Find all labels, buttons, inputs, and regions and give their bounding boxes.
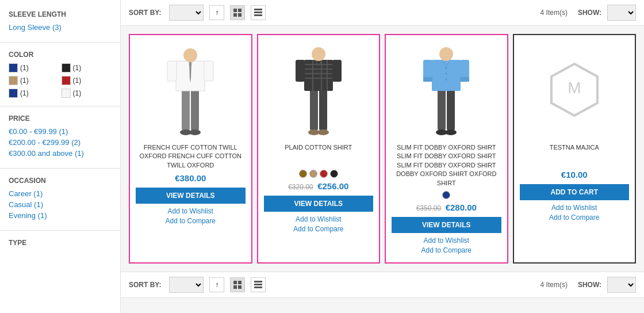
price-200-299-link[interactable]: €200.00 - €299.99 (2): [9, 138, 80, 147]
add-to-compare-link-3[interactable]: Add to Compare: [421, 246, 471, 254]
svg-rect-38: [423, 77, 432, 82]
price-300-above-link[interactable]: €300.00 and above (1): [9, 149, 84, 158]
product-name-3: SLIM FIT DOBBY OXFORD SHIRT SLIM FIT DOB…: [392, 143, 501, 188]
product-name-4: TESTNA MAJICA: [550, 143, 599, 166]
old-price-2: €320.00: [288, 183, 313, 191]
dot-beige: [309, 170, 317, 178]
up-arrow-icon: ↑: [215, 9, 218, 17]
products-grid: FRENCH CUFF COTTON TWILL OXFORD FRENCH C…: [121, 26, 644, 272]
color-swatch-white[interactable]: [62, 89, 71, 98]
price-item-3: €300.00 and above (1): [9, 149, 112, 158]
long-sleeve-link[interactable]: Long Sleeve (3): [9, 23, 62, 32]
new-price-3: €280.00: [446, 203, 477, 212]
occasion-casual-link[interactable]: Casual (1): [9, 200, 43, 209]
svg-point-34: [445, 67, 447, 69]
svg-point-41: [439, 47, 453, 61]
sleeve-length-item: Long Sleeve (3): [9, 23, 112, 32]
old-price-3: €350.00: [416, 204, 441, 212]
svg-rect-30: [447, 90, 455, 130]
dot-red: [320, 170, 328, 178]
type-title: TYPE: [9, 239, 112, 247]
main-content: SORT BY: ↑ 4 Item(s) SHOW:: [121, 0, 644, 313]
price-area-2: €320.00 €256.00: [288, 181, 348, 191]
shirt-plaid-image: [293, 44, 344, 136]
grid-view-btn[interactable]: [230, 5, 245, 20]
up-arrow-icon-bottom: ↑: [215, 281, 218, 289]
occasion-career: Career (1): [9, 189, 112, 198]
filter-price: PRICE €0.00 - €99.99 (1) €200.00 - €299.…: [0, 110, 120, 165]
add-to-wishlist-link-1[interactable]: Add to Wishlist: [168, 207, 213, 215]
svg-rect-13: [319, 90, 327, 130]
svg-point-28: [317, 129, 329, 135]
color-item-3: (1): [9, 76, 59, 85]
price-0-99-link[interactable]: €0.00 - €99.99 (1): [9, 127, 68, 136]
item-count: 4 Item(s): [540, 9, 568, 17]
product-links-4: Add to Wishlist Add to Compare: [549, 204, 599, 222]
sleeve-length-title: SLEEVE LENGTH: [9, 10, 112, 18]
svg-rect-25: [332, 60, 342, 82]
svg-text:M: M: [568, 79, 581, 97]
color-item-6: (1): [62, 89, 112, 98]
sort-select[interactable]: [169, 5, 204, 21]
color-dots-2: [299, 170, 338, 178]
dot-navy: [442, 191, 450, 199]
color-item-2: (1): [62, 63, 112, 72]
color-dots-3: [442, 191, 450, 199]
grid-view-btn-bottom[interactable]: [230, 277, 245, 292]
occasion-evening: Evening (1): [9, 211, 112, 220]
add-to-cart-btn-4[interactable]: ADD TO CART: [520, 184, 630, 200]
color-title: COLOR: [9, 51, 112, 59]
sort-by-label-bottom: SORT BY:: [129, 281, 161, 289]
price-area-4: €10.00: [561, 170, 588, 180]
view-details-btn-3[interactable]: VIEW DETAILS: [392, 217, 501, 233]
product-card-2: PLAID COTTON SHIRT €320.00 €256.00 VIEW …: [257, 34, 381, 264]
product-card-1: FRENCH CUFF COTTON TWILL OXFORD FRENCH C…: [129, 34, 252, 264]
view-details-btn-2[interactable]: VIEW DETAILS: [264, 196, 374, 212]
product-image-2: [264, 41, 374, 139]
placeholder-image: M: [546, 61, 603, 119]
show-label: SHOW:: [578, 9, 601, 17]
product-links-1: Add to Wishlist Add to Compare: [166, 207, 216, 225]
list-view-btn[interactable]: [251, 5, 266, 20]
sidebar: SLEEVE LENGTH Long Sleeve (3) COLOR (1) …: [0, 0, 121, 313]
color-swatch-tan[interactable]: [9, 76, 18, 85]
product-image-4: M: [520, 41, 630, 139]
add-to-compare-link-2[interactable]: Add to Compare: [293, 225, 343, 233]
filter-sleeve-length: SLEEVE LENGTH Long Sleeve (3): [0, 6, 120, 39]
sort-by-label: SORT BY:: [129, 9, 161, 17]
color-swatch-red[interactable]: [62, 76, 71, 85]
add-to-compare-link-4[interactable]: Add to Compare: [549, 213, 599, 222]
add-to-wishlist-link-3[interactable]: Add to Wishlist: [424, 236, 469, 245]
show-select-bottom[interactable]: [607, 277, 636, 293]
color-item-1: (1): [9, 63, 59, 72]
toolbar-top: SORT BY: ↑ 4 Item(s) SHOW:: [121, 0, 644, 26]
occasion-casual: Casual (1): [9, 200, 112, 209]
product-name-2: PLAID COTTON SHIRT: [285, 143, 352, 166]
show-select[interactable]: [607, 5, 636, 21]
list-view-icon: [254, 9, 262, 17]
color-grid: (1) (1) (1) (1) (1) (1): [9, 63, 112, 98]
filter-type: TYPE: [0, 234, 120, 256]
sort-direction-btn-bottom[interactable]: ↑: [209, 277, 224, 292]
occasion-evening-link[interactable]: Evening (1): [9, 211, 47, 220]
color-swatch-black[interactable]: [62, 63, 71, 72]
dot-black: [330, 170, 338, 178]
add-to-wishlist-link-2[interactable]: Add to Wishlist: [296, 215, 341, 223]
occasion-career-link[interactable]: Career (1): [9, 189, 43, 198]
svg-point-43: [445, 129, 457, 135]
filter-occasion: OCCASION Career (1) Casual (1) Evening (…: [0, 172, 120, 227]
sort-direction-btn[interactable]: ↑: [209, 5, 224, 20]
add-to-compare-link-1[interactable]: Add to Compare: [166, 217, 216, 225]
product-name-1: FRENCH CUFF COTTON TWILL OXFORD FRENCH C…: [136, 143, 246, 170]
svg-rect-1: [191, 90, 199, 130]
svg-rect-29: [438, 90, 446, 130]
list-view-btn-bottom[interactable]: [251, 277, 266, 292]
filter-color: COLOR (1) (1) (1) (1) (1): [0, 46, 120, 102]
toolbar-bottom: SORT BY: ↑ 4 Item(s) SHOW:: [121, 272, 644, 298]
color-swatch-navy2[interactable]: [9, 89, 18, 98]
view-details-btn-1[interactable]: VIEW DETAILS: [136, 188, 246, 204]
svg-rect-12: [310, 90, 318, 130]
add-to-wishlist-link-4[interactable]: Add to Wishlist: [551, 204, 597, 212]
color-swatch-navy[interactable]: [9, 63, 18, 72]
sort-select-bottom[interactable]: [169, 277, 204, 293]
